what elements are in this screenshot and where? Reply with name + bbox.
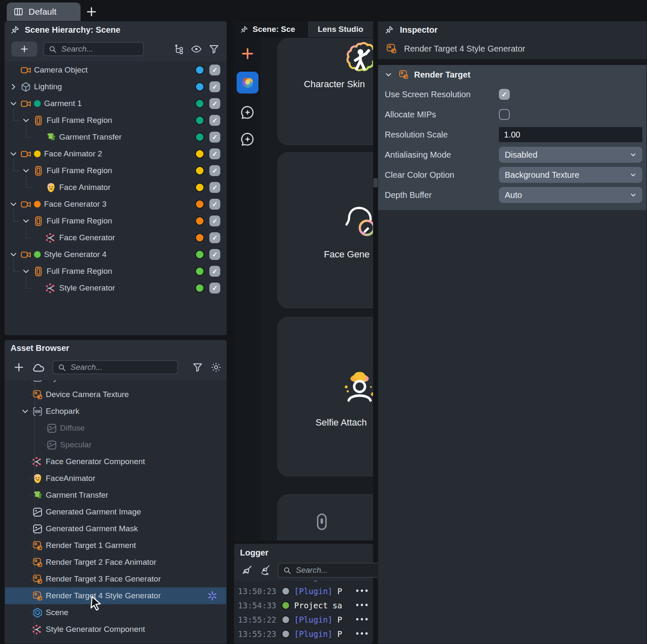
enabled-checkbox[interactable]: ✓ bbox=[209, 232, 220, 243]
checkbox-checked[interactable]: ✓ bbox=[499, 89, 510, 100]
scene-search-input[interactable] bbox=[60, 44, 139, 54]
genai-suite-button-selected[interactable] bbox=[237, 72, 258, 93]
enabled-checkbox[interactable]: ✓ bbox=[209, 249, 220, 260]
scene-row[interactable]: Style Generator✓ bbox=[5, 280, 226, 296]
filter-icon[interactable] bbox=[208, 43, 220, 55]
layer-dot[interactable] bbox=[195, 149, 204, 158]
chevron-down-icon[interactable] bbox=[20, 406, 30, 416]
ai-chat-icon[interactable] bbox=[240, 104, 256, 120]
genai-card[interactable]: Character Skin bbox=[277, 38, 373, 145]
scene-row[interactable]: Full Frame Region✓ bbox=[5, 213, 226, 229]
scene-row[interactable]: Garment Transfer✓ bbox=[5, 129, 226, 145]
layer-dot[interactable] bbox=[195, 82, 204, 91]
settings-gear-icon[interactable] bbox=[210, 361, 222, 373]
chevron-down-icon[interactable] bbox=[384, 70, 393, 79]
asset-row[interactable]: Generated Garment Mask bbox=[5, 520, 226, 537]
layer-dot[interactable] bbox=[195, 283, 204, 293]
layer-dot[interactable] bbox=[195, 250, 204, 259]
log-more-ellipsis[interactable]: ••• bbox=[355, 630, 369, 638]
chevron-down-icon[interactable] bbox=[21, 216, 31, 226]
scene-row[interactable]: Face Generator 3✓ bbox=[5, 196, 226, 213]
asset-row[interactable]: FaceAnimator bbox=[5, 470, 226, 487]
enabled-checkbox[interactable]: ✓ bbox=[209, 81, 220, 92]
genai-card[interactable]: Selfie Attach bbox=[277, 317, 373, 476]
scene-row[interactable]: Face Generator✓ bbox=[5, 229, 226, 246]
chevron-right-icon[interactable] bbox=[8, 82, 18, 92]
enabled-checkbox[interactable]: ✓ bbox=[209, 98, 220, 109]
log-more-ellipsis[interactable]: ••• bbox=[355, 616, 369, 623]
asset-row[interactable]: HDREchopark bbox=[5, 403, 226, 420]
add-object-button[interactable] bbox=[11, 42, 37, 57]
layer-dot[interactable] bbox=[195, 116, 204, 125]
asset-row[interactable]: Generated Garment Image bbox=[5, 504, 226, 520]
chevron-down-icon[interactable] bbox=[8, 199, 18, 209]
asset-row[interactable]: Diffuse bbox=[5, 420, 226, 436]
log-row[interactable]: 13:50:23[Plugin] P••• bbox=[235, 584, 373, 598]
asset-row[interactable]: Render Target 2 Face Animator bbox=[5, 554, 226, 571]
auto-clear-log-icon[interactable] bbox=[259, 564, 272, 576]
chevron-down-icon[interactable] bbox=[21, 266, 31, 276]
dropdown-select[interactable]: Disabled bbox=[499, 147, 642, 163]
asset-row[interactable]: Render Target 3 Face Generator bbox=[5, 571, 226, 587]
scene-row[interactable]: Camera Object✓ bbox=[5, 62, 226, 78]
asset-search-box[interactable] bbox=[52, 360, 178, 374]
enabled-checkbox[interactable]: ✓ bbox=[209, 148, 220, 159]
enabled-checkbox[interactable]: ✓ bbox=[209, 165, 220, 176]
layer-dot[interactable] bbox=[195, 200, 204, 209]
log-row[interactable]: 13:55:23[Plugin] P••• bbox=[235, 627, 373, 641]
layer-dot[interactable] bbox=[195, 166, 204, 175]
render-target-section-header[interactable]: Render Target bbox=[378, 65, 647, 84]
layer-dot[interactable] bbox=[195, 65, 204, 75]
log-more-ellipsis[interactable]: ••• bbox=[355, 587, 369, 595]
pin-icon[interactable] bbox=[240, 25, 248, 34]
visibility-icon[interactable] bbox=[190, 43, 202, 55]
asset-search-input[interactable] bbox=[70, 362, 173, 372]
asset-row[interactable]: Style Generator Component bbox=[5, 621, 226, 638]
pin-icon[interactable] bbox=[385, 25, 394, 34]
tab-lens-studio[interactable]: Lens Studio bbox=[308, 21, 373, 37]
asset-row[interactable]: Garment Transfer bbox=[5, 487, 226, 504]
cloud-assets-icon[interactable] bbox=[31, 360, 46, 374]
chevron-down-icon[interactable] bbox=[8, 149, 18, 159]
scene-row[interactable]: Full Frame Region✓ bbox=[5, 263, 226, 280]
enabled-checkbox[interactable]: ✓ bbox=[209, 216, 220, 226]
log-row[interactable]: 13:55:22[Plugin] P••• bbox=[235, 613, 373, 627]
scene-row[interactable]: Full Frame Region✓ bbox=[5, 162, 226, 179]
chevron-right-icon[interactable] bbox=[20, 380, 30, 383]
asset-row[interactable]: Scene bbox=[5, 604, 226, 621]
hierarchy-view-icon[interactable] bbox=[173, 43, 185, 55]
chevron-down-icon[interactable] bbox=[21, 115, 31, 125]
layer-dot[interactable] bbox=[195, 233, 204, 242]
asset-row[interactable]: Style Generator Resources bbox=[5, 380, 226, 386]
pin-icon[interactable] bbox=[10, 25, 20, 34]
enabled-checkbox[interactable]: ✓ bbox=[209, 182, 220, 193]
scene-search-box[interactable] bbox=[43, 42, 144, 56]
genai-card[interactable] bbox=[277, 494, 373, 540]
chevron-down-icon[interactable] bbox=[8, 99, 18, 109]
value-input[interactable]: 1.00 bbox=[499, 127, 642, 142]
asset-row[interactable]: Specular bbox=[5, 436, 226, 453]
layer-dot[interactable] bbox=[195, 99, 204, 108]
tab-scene[interactable]: Scene: Sce bbox=[234, 21, 308, 37]
enabled-checkbox[interactable]: ✓ bbox=[209, 132, 220, 143]
asset-row[interactable]: Device Camera Texture bbox=[5, 386, 226, 403]
ai-chat-icon[interactable] bbox=[240, 131, 256, 147]
new-workspace-tab-button[interactable] bbox=[85, 5, 98, 18]
dropdown-select[interactable]: Auto bbox=[499, 187, 642, 203]
chevron-down-icon[interactable] bbox=[21, 166, 31, 176]
genai-card[interactable]: Face Gene bbox=[277, 152, 373, 308]
scene-row[interactable]: Full Frame Region✓ bbox=[5, 112, 226, 129]
filter-icon[interactable] bbox=[192, 361, 203, 373]
asset-row[interactable]: Render Target 4 Style Generator bbox=[5, 587, 226, 604]
layer-dot[interactable] bbox=[195, 216, 204, 226]
enabled-checkbox[interactable]: ✓ bbox=[209, 199, 220, 210]
scene-row[interactable]: Style Generator 4✓ bbox=[5, 246, 226, 263]
scene-row[interactable]: Face Animator 2✓ bbox=[5, 145, 226, 162]
scene-row[interactable]: Garment 1✓ bbox=[5, 95, 226, 112]
layer-dot[interactable] bbox=[195, 267, 204, 276]
layer-dot[interactable] bbox=[195, 183, 204, 192]
enabled-checkbox[interactable]: ✓ bbox=[209, 115, 220, 126]
enabled-checkbox[interactable]: ✓ bbox=[209, 283, 220, 293]
clear-log-icon[interactable] bbox=[241, 564, 253, 576]
checkbox-unchecked[interactable] bbox=[499, 109, 510, 120]
